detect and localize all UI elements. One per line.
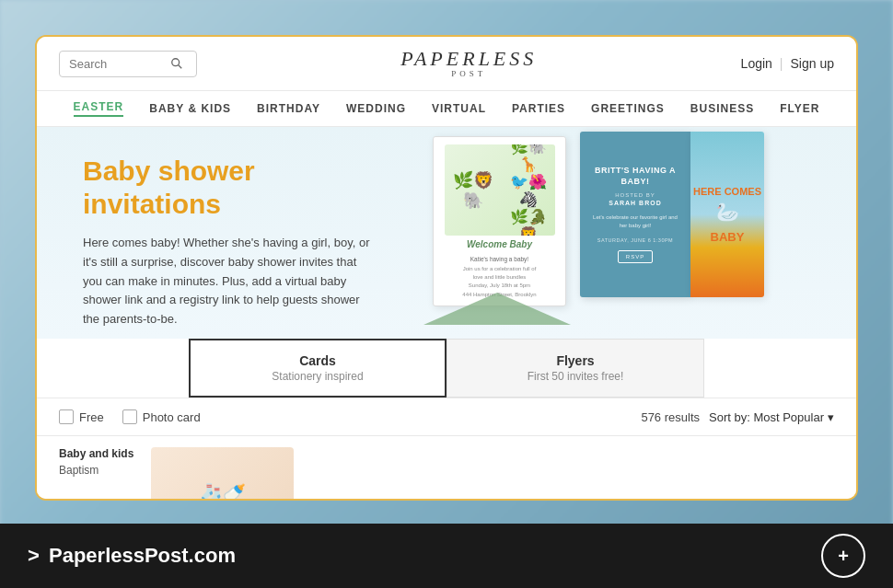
card-blue-body: Let's celebrate our favorite girl and he…	[589, 213, 681, 230]
sort-dropdown[interactable]: Sort by: Most Popular ▾	[709, 410, 834, 424]
card-thumbnail-1[interactable]: 🧦🍼	[151, 447, 294, 501]
card-mockup-jungle: 🌿🐘🦒🐦🌺🦓🌿🐊🦁 Welcome Baby Katie's having a …	[423, 136, 571, 329]
card-grid: 🧦🍼	[151, 447, 834, 501]
jungle-art: 🌿🐘🦒🐦🌺🦓🌿🐊🦁	[445, 144, 555, 236]
nav-item-birthday[interactable]: BIRTHDAY	[257, 102, 320, 115]
results-sort: 576 results Sort by: Most Popular ▾	[641, 410, 834, 424]
nav-item-easter[interactable]: EASTER	[74, 100, 124, 117]
nav-item-business[interactable]: BUSINESS	[690, 102, 754, 115]
free-label: Free	[79, 410, 104, 424]
photo-card-filter[interactable]: Photo card	[122, 409, 201, 424]
hero-title: Baby shower invitations	[83, 155, 396, 221]
main-card: Paperless POST Login | Sign up EASTER BA…	[35, 35, 858, 501]
tab-cards-label: Cards	[209, 353, 426, 368]
tabs-section: Cards Stationery inspired Flyers First 5…	[37, 339, 856, 398]
svg-line-1	[179, 65, 182, 69]
nav-item-wedding[interactable]: WEDDING	[346, 102, 406, 115]
svg-point-0	[172, 59, 180, 66]
card-detail-text: Katie's having a baby!Join us for a cele…	[462, 255, 536, 298]
main-nav: EASTER BABY & KIDS BIRTHDAY WEDDING VIRT…	[37, 91, 856, 127]
tab-cards-sub: Stationery inspired	[209, 370, 426, 383]
signup-link[interactable]: Sign up	[791, 56, 834, 71]
card-mockup-blue: BRITT'S HAVING A BABY! HOSTED BY SARAH B…	[580, 132, 764, 334]
bottom-section: Baby and kids Baptism 🧦🍼	[37, 436, 856, 501]
card-face-jungle: 🌿🐘🦒🐦🌺🦓🌿🐊🦁 Welcome Baby Katie's having a …	[433, 136, 566, 306]
tab-cards[interactable]: Cards Stationery inspired	[189, 339, 446, 398]
baby-text: BABY	[711, 230, 745, 244]
tab-flyers-sub: First 50 invites free!	[466, 370, 685, 383]
photo-card-label: Photo card	[143, 410, 201, 424]
hero-text: Baby shower invitations Here comes baby!…	[37, 127, 423, 339]
bottom-url-text: PaperlessPost.com	[49, 544, 236, 567]
free-filter[interactable]: Free	[59, 409, 104, 424]
auth-links: Login | Sign up	[741, 56, 834, 71]
filter-bar: Free Photo card 576 results Sort by: Mos…	[37, 398, 856, 436]
chevron-down-icon: ▾	[828, 410, 834, 424]
category-baptism[interactable]: Baptism	[59, 464, 136, 477]
card-blue-host-name: SARAH BROD	[609, 200, 661, 206]
photo-card-checkbox[interactable]	[122, 409, 137, 424]
logo: Paperless POST	[400, 48, 537, 79]
card-blue-title: BRITT'S HAVING A BABY!	[589, 166, 681, 187]
card-blue-date: SATURDAY, JUNE 6 1:30PM	[597, 237, 673, 243]
card-blue-panel: BRITT'S HAVING A BABY! HOSTED BY SARAH B…	[580, 132, 690, 297]
free-checkbox[interactable]	[59, 409, 74, 424]
bottom-arrow: >	[28, 544, 40, 567]
search-input[interactable]	[69, 57, 170, 71]
hero-description: Here comes baby! Whether she's having a …	[83, 234, 377, 329]
card-envelope: 🌿🐘🦒🐦🌺🦓🌿🐊🦁 Welcome Baby Katie's having a …	[423, 136, 571, 329]
header: Paperless POST Login | Sign up	[37, 37, 856, 91]
tab-flyers-label: Flyers	[466, 353, 685, 368]
circle-plus-icon[interactable]: +	[821, 534, 865, 578]
category-heading: Baby and kids	[59, 447, 136, 460]
bottom-url: > PaperlessPost.com	[28, 544, 239, 568]
nav-item-flyer[interactable]: FLYER	[780, 102, 819, 115]
bottom-bar: > PaperlessPost.com +	[0, 524, 893, 588]
tab-flyers[interactable]: Flyers First 50 invites free!	[446, 339, 704, 398]
nav-item-virtual[interactable]: VIRTUAL	[432, 102, 486, 115]
card-welcome-text: Welcome Baby	[467, 239, 532, 249]
card-stork-panel: HERE COMES 🦢 BABY	[690, 132, 764, 297]
login-link[interactable]: Login	[741, 56, 772, 71]
sort-label: Sort by: Most Popular	[709, 410, 824, 424]
nav-item-parties[interactable]: PARTIES	[512, 102, 565, 115]
card-blue-hosted-by: HOSTED BY	[615, 192, 655, 198]
search-icon	[170, 57, 183, 70]
here-comes-text: HERE COMES	[693, 186, 761, 197]
categories-sidebar: Baby and kids Baptism	[59, 447, 151, 501]
search-box[interactable]	[59, 51, 197, 77]
hero-section: Baby shower invitations Here comes baby!…	[37, 127, 856, 339]
stork-icon: 🦢	[716, 201, 739, 223]
nav-item-baby-kids[interactable]: BABY & KIDS	[149, 102, 231, 115]
rsvp-button[interactable]: RSVP	[618, 250, 653, 263]
auth-divider: |	[780, 56, 783, 71]
hero-images: 🌿🐘🦒🐦🌺🦓🌿🐊🦁 Welcome Baby Katie's having a …	[423, 127, 856, 339]
nav-item-greetings[interactable]: GREETINGS	[591, 102, 665, 115]
results-count: 576 results	[641, 410, 700, 424]
